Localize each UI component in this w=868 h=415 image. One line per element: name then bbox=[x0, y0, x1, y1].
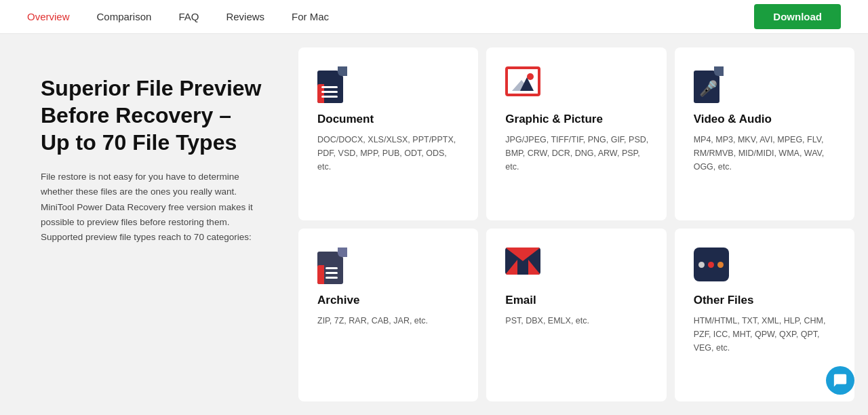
doc-fold bbox=[338, 66, 347, 76]
nav-comparison[interactable]: Comparison bbox=[97, 11, 152, 22]
doc-line-3 bbox=[321, 96, 338, 98]
doc-shape bbox=[317, 66, 347, 103]
archive-line-2 bbox=[326, 272, 338, 274]
video-desc: MP4, MP3, MKV, AVI, MPEG, FLV, RM/RMVB, … bbox=[694, 133, 838, 174]
envelope-flap-right bbox=[528, 260, 540, 275]
nav-links: Overview Comparison FAQ Reviews For Mac bbox=[27, 11, 754, 22]
chat-icon bbox=[833, 373, 848, 388]
archive-shape bbox=[317, 248, 347, 284]
video-title: Video & Audio bbox=[694, 113, 838, 126]
email-icon bbox=[505, 248, 542, 284]
left-panel: Superior File Preview Before Recovery – … bbox=[0, 34, 292, 415]
archive-title: Archive bbox=[317, 294, 462, 307]
email-title: Email bbox=[505, 294, 650, 307]
envelope-flap-left bbox=[505, 260, 517, 275]
other-dot-3 bbox=[717, 262, 724, 268]
graphic-icon bbox=[505, 66, 542, 103]
graphic-title: Graphic & Picture bbox=[505, 113, 650, 126]
nav-faq[interactable]: FAQ bbox=[178, 11, 199, 22]
cards-grid: Document DOC/DOCX, XLS/XLSX, PPT/PPTX, P… bbox=[292, 34, 868, 415]
email-shape bbox=[505, 248, 542, 277]
archive-lines bbox=[326, 267, 338, 279]
chat-bubble[interactable] bbox=[826, 366, 854, 395]
archive-line-1 bbox=[326, 267, 338, 269]
card-video: 🎤 Video & Audio MP4, MP3, MKV, AVI, MPEG… bbox=[675, 47, 854, 220]
other-dot-1 bbox=[698, 262, 705, 268]
archive-fold bbox=[338, 248, 347, 257]
document-icon bbox=[317, 66, 354, 103]
archive-desc: ZIP, 7Z, RAR, CAB, JAR, etc. bbox=[317, 314, 462, 328]
other-title: Other Files bbox=[694, 294, 838, 307]
navbar: Overview Comparison FAQ Reviews For Mac … bbox=[0, 0, 868, 34]
mic-symbol: 🎤 bbox=[699, 80, 717, 98]
document-title: Document bbox=[317, 113, 462, 126]
archive-line-3 bbox=[326, 277, 338, 279]
page-title: Superior File Preview Before Recovery – … bbox=[41, 75, 264, 156]
archive-icon bbox=[317, 248, 354, 284]
doc-line-1 bbox=[321, 86, 338, 88]
document-desc: DOC/DOCX, XLS/XLSX, PPT/PPTX, PDF, VSD, … bbox=[317, 133, 462, 174]
graphic-mountain-2 bbox=[520, 77, 534, 91]
card-document: Document DOC/DOCX, XLS/XLSX, PPT/PPTX, P… bbox=[298, 47, 478, 220]
card-graphic: Graphic & Picture JPG/JPEG, TIFF/TIF, PN… bbox=[486, 47, 666, 220]
doc-line-2 bbox=[321, 91, 338, 93]
video-shape: 🎤 bbox=[694, 66, 724, 103]
other-dot-2 bbox=[708, 262, 714, 268]
download-button[interactable]: Download bbox=[754, 4, 841, 29]
doc-lines bbox=[321, 86, 338, 98]
nav-for-mac[interactable]: For Mac bbox=[292, 11, 329, 22]
card-email: Email PST, DBX, EMLX, etc. bbox=[486, 229, 666, 401]
page-body: File restore is not easy for you have to… bbox=[41, 170, 264, 245]
main-content: Superior File Preview Before Recovery – … bbox=[0, 34, 868, 415]
other-shape bbox=[694, 248, 729, 281]
card-archive: Archive ZIP, 7Z, RAR, CAB, JAR, etc. bbox=[298, 229, 478, 401]
video-fold bbox=[714, 66, 724, 76]
nav-reviews[interactable]: Reviews bbox=[226, 11, 264, 22]
email-desc: PST, DBX, EMLX, etc. bbox=[505, 314, 650, 328]
graphic-frame bbox=[505, 66, 540, 96]
video-icon: 🎤 bbox=[694, 66, 730, 103]
envelope-flap-top bbox=[505, 248, 540, 261]
nav-overview[interactable]: Overview bbox=[27, 11, 70, 22]
graphic-desc: JPG/JPEG, TIFF/TIF, PNG, GIF, PSD, BMP, … bbox=[505, 133, 650, 174]
other-desc: HTM/HTML, TXT, XML, HLP, CHM, PZF, ICC, … bbox=[694, 314, 838, 355]
envelope bbox=[505, 248, 540, 275]
other-icon bbox=[694, 248, 730, 284]
archive-red-bar bbox=[317, 265, 324, 284]
graphic-shape bbox=[505, 66, 542, 100]
